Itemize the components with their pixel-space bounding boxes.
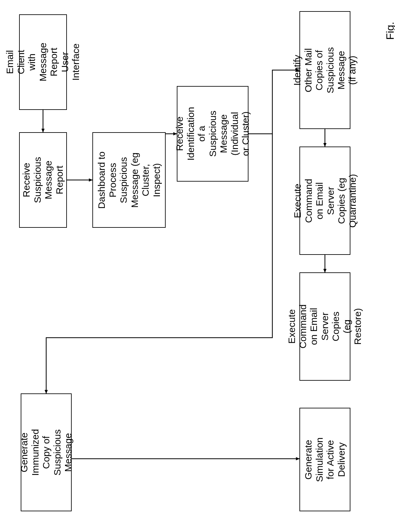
box-email-client-text: Email Client with Message Report User In… (4, 43, 82, 82)
diagram-canvas: Fig. 1 Email Client with Message Report … (0, 0, 395, 532)
box-exec-restore: Execute Command on Email Server Copies (… (299, 272, 350, 381)
box-identify-copies-text: Identify Other Mail Copies of Suspicious… (292, 47, 358, 93)
box-receive-id: Receive Identification of a Suspicious M… (177, 86, 248, 182)
box-gen-simulation-text: Generate Simulation for Active Delivery (303, 437, 347, 482)
box-dashboard: Dashboard to Process Suspicious Message … (92, 132, 166, 228)
box-gen-immunized-text: Generate Immunized Copy of Suspicious Me… (19, 429, 74, 476)
box-exec-restore-text: Execute Command on Email Server Copies (… (286, 305, 363, 349)
box-identify-copies: Identify Other Mail Copies of Suspicious… (299, 11, 350, 129)
box-exec-quarantine: Execute Command on Email Server Copies (… (299, 147, 350, 255)
box-receive-id-text: Receive Identification of a Suspicious M… (174, 104, 251, 163)
box-receive-report: Receive Suspicious Message Report (19, 132, 67, 228)
box-gen-immunized: Generate Immunized Copy of Suspicious Me… (21, 393, 72, 511)
box-exec-quarantine-text: Execute Command on Email Server Copies (… (292, 174, 358, 227)
figure-label: Fig. 1 (384, 22, 395, 40)
box-email-client: Email Client with Message Report User In… (19, 14, 67, 110)
box-receive-report-text: Receive Suspicious Message Report (21, 157, 65, 203)
box-gen-simulation: Generate Simulation for Active Delivery (299, 408, 350, 511)
box-dashboard-text: Dashboard to Process Suspicious Message … (96, 150, 162, 210)
